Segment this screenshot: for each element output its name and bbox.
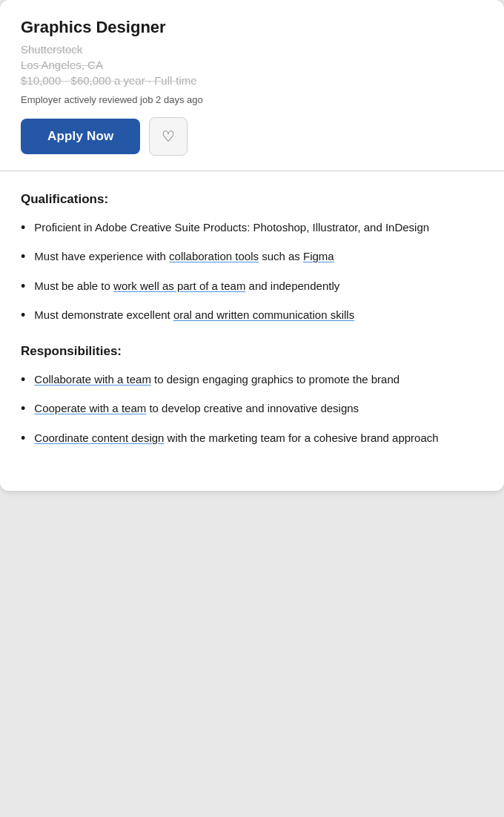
highlighted-phrase: work well as part of a team <box>113 280 245 292</box>
qualification-text: Must have experience with collaboration … <box>34 248 334 265</box>
employer-status: Employer actively reviewed job 2 days ag… <box>21 94 483 105</box>
list-item: • Must be able to work well as part of a… <box>21 277 483 294</box>
responsibilities-title: Responsibilities: <box>21 344 483 359</box>
bullet-icon: • <box>21 221 25 234</box>
bullet-icon: • <box>21 373 25 386</box>
salary-range: $10,000 - $60,000 a year · Full-time <box>21 74 483 87</box>
highlighted-phrase: oral and written communication skills <box>173 308 354 321</box>
highlighted-phrase: collaboration tools <box>169 250 259 262</box>
responsibilities-list: • Collaborate with a team to design enga… <box>21 371 483 446</box>
list-item: • Must demonstrate excellent oral and wr… <box>21 306 483 323</box>
responsibility-text: Cooperate with a team to develop creativ… <box>34 400 359 417</box>
qualification-text: Must demonstrate excellent oral and writ… <box>34 306 354 323</box>
qualifications-title: Qualifications: <box>21 192 483 207</box>
job-card: Graphics Designer Shutterstock Los Angel… <box>0 0 504 491</box>
qualification-text: Must be able to work well as part of a t… <box>34 277 339 294</box>
list-item: • Coordinate content design with the mar… <box>21 429 483 446</box>
qualification-text: Proficient in Adobe Creative Suite Produ… <box>34 219 429 236</box>
bullet-icon: • <box>21 280 25 293</box>
heart-icon: ♡ <box>162 128 175 145</box>
body-section: Qualifications: • Proficient in Adobe Cr… <box>0 171 504 491</box>
highlighted-phrase: Figma <box>303 250 334 262</box>
responsibility-text: Collaborate with a team to design engagi… <box>34 371 399 388</box>
bullet-icon: • <box>21 402 25 415</box>
action-buttons: Apply Now ♡ <box>21 117 483 156</box>
highlighted-phrase: Coordinate content design <box>34 431 164 444</box>
header-section: Graphics Designer Shutterstock Los Angel… <box>0 0 504 171</box>
highlighted-phrase: Cooperate with a team <box>34 402 146 414</box>
apply-now-button[interactable]: Apply Now <box>21 119 140 154</box>
location: Los Angeles, CA <box>21 59 483 71</box>
list-item: • Cooperate with a team to develop creat… <box>21 400 483 417</box>
list-item: • Must have experience with collaboratio… <box>21 248 483 265</box>
qualifications-section: Qualifications: • Proficient in Adobe Cr… <box>21 192 483 323</box>
job-title: Graphics Designer <box>21 18 483 37</box>
bullet-icon: • <box>21 308 25 322</box>
company-name: Shutterstock <box>21 43 483 56</box>
highlighted-phrase: Collaborate with a team <box>34 373 151 386</box>
bullet-icon: • <box>21 431 25 445</box>
responsibility-text: Coordinate content design with the marke… <box>34 429 438 446</box>
qualifications-list: • Proficient in Adobe Creative Suite Pro… <box>21 219 483 323</box>
save-job-button[interactable]: ♡ <box>149 117 188 156</box>
list-item: • Collaborate with a team to design enga… <box>21 371 483 388</box>
responsibilities-section: Responsibilities: • Collaborate with a t… <box>21 344 483 446</box>
list-item: • Proficient in Adobe Creative Suite Pro… <box>21 219 483 236</box>
bullet-icon: • <box>21 250 25 263</box>
